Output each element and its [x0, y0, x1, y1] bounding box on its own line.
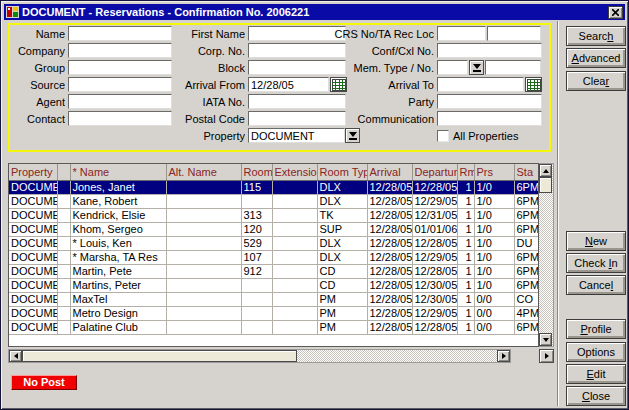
- vertical-scrollbar[interactable]: [539, 163, 554, 347]
- table-row[interactable]: DOCUME* Louis, Ken529DLX12/28/0512/28/05…: [9, 236, 539, 250]
- cell: [241, 278, 272, 292]
- name-row: Name: [9, 25, 172, 42]
- communication-input[interactable]: [437, 111, 542, 126]
- new-button[interactable]: New: [566, 231, 626, 251]
- options-button[interactable]: Options: [566, 342, 626, 362]
- scroll-down-button[interactable]: [539, 333, 552, 346]
- cell: 115: [241, 180, 272, 194]
- cell: 1/0: [474, 264, 514, 278]
- cell: 12/31/05: [412, 208, 457, 222]
- cell: [57, 222, 70, 236]
- table-row[interactable]: DOCUMEMartins, PeterCD12/28/0512/30/0511…: [9, 278, 539, 292]
- cell: [272, 292, 317, 306]
- cell: [272, 208, 317, 222]
- horizontal-scroll-track[interactable]: [297, 350, 497, 362]
- table-row[interactable]: DOCUMEMetro DesignPM12/28/0512/29/0510/0…: [9, 306, 539, 320]
- up-arrow-icon: [543, 169, 549, 173]
- cell: DU: [514, 236, 539, 250]
- cell: DOCUME: [9, 320, 57, 334]
- advanced-button[interactable]: Advanced: [566, 48, 626, 68]
- mem-type-no-lov-button[interactable]: [469, 60, 484, 75]
- scroll-left-button[interactable]: [9, 350, 22, 362]
- search-button[interactable]: Search: [566, 26, 626, 46]
- cell: [241, 306, 272, 320]
- check-in-button[interactable]: Check In: [566, 253, 626, 273]
- party-input[interactable]: [437, 94, 542, 109]
- mem-type-no-type-input[interactable]: [437, 60, 468, 75]
- mem-type-no-no-input[interactable]: [485, 60, 541, 75]
- company-label: Company: [9, 45, 65, 57]
- cell: 12/28/05: [367, 278, 412, 292]
- iata-no-row: IATA No.: [151, 93, 360, 110]
- table-row[interactable]: DOCUMEJones, Janet115DLX12/28/0512/28/05…: [9, 180, 539, 194]
- arrival-to-calendar-button[interactable]: [525, 77, 542, 92]
- cell: [166, 236, 241, 250]
- cell: [57, 208, 70, 222]
- cell: 1/0: [474, 180, 514, 194]
- conf-cxl-no-label: Conf/Cxl No.: [331, 45, 434, 57]
- dropdown-arrow-icon: [473, 64, 481, 69]
- vertical-scroll-track[interactable]: [539, 193, 553, 333]
- scroll-right-button[interactable]: [497, 350, 510, 362]
- cell: SUP: [317, 222, 367, 236]
- crs-ta-rec-loc-input-1[interactable]: [437, 26, 486, 41]
- profile-button[interactable]: Profile: [566, 319, 626, 339]
- cell: [272, 222, 317, 236]
- grid-scroll-right-button[interactable]: [539, 349, 554, 363]
- cell: [166, 194, 241, 208]
- title-bar: DOCUMENT - Reservations - Confirmation N…: [4, 4, 625, 20]
- cell: * Marsha, TA Res: [70, 250, 166, 264]
- cancel-button[interactable]: Cancel: [566, 275, 626, 295]
- cell: [241, 194, 272, 208]
- table-row[interactable]: DOCUMEMaxTelPM12/28/0512/30/0510/0CO: [9, 292, 539, 306]
- all-properties-checkbox[interactable]: [437, 130, 449, 142]
- cell: 6PM: [514, 278, 539, 292]
- cell: DLX: [317, 236, 367, 250]
- cell: [166, 278, 241, 292]
- cell: [57, 180, 70, 194]
- iata-no-label: IATA No.: [151, 96, 245, 108]
- cell: 12/28/05: [412, 264, 457, 278]
- cell: 1/0: [474, 250, 514, 264]
- cell: Martin, Pete: [70, 264, 166, 278]
- cell: 1/0: [474, 194, 514, 208]
- horizontal-scroll-thumb[interactable]: [22, 350, 297, 362]
- cell: Palatine Club: [70, 320, 166, 334]
- clear-button[interactable]: Clear: [566, 71, 626, 91]
- app-icon[interactable]: [6, 6, 19, 18]
- arrival-from-input[interactable]: [248, 77, 329, 92]
- horizontal-scrollbar[interactable]: [8, 349, 511, 363]
- close-button[interactable]: Close: [566, 386, 626, 406]
- table-row[interactable]: DOCUMEMartin, Pete912CD12/28/0512/28/051…: [9, 264, 539, 278]
- conf-cxl-no-input[interactable]: [437, 43, 542, 58]
- table-row[interactable]: DOCUMEKane, RobertDLX12/28/0512/29/0511/…: [9, 194, 539, 208]
- table-row[interactable]: DOCUMEKendrick, Elsie313TK12/28/0512/31/…: [9, 208, 539, 222]
- crs-ta-rec-loc-input-2[interactable]: [487, 26, 541, 41]
- cell: DOCUME: [9, 208, 57, 222]
- cell: [272, 194, 317, 208]
- cell: 0/0: [474, 292, 514, 306]
- arrival-to-input[interactable]: [437, 77, 524, 92]
- property-label: Property: [151, 130, 245, 142]
- table-row[interactable]: DOCUME* Marsha, TA Res107DLX12/28/0512/2…: [9, 250, 539, 264]
- crs-ta-rec-loc-label: CRS No/TA Rec Loc: [331, 28, 434, 40]
- cell: Kendrick, Elsie: [70, 208, 166, 222]
- cell: PM: [317, 320, 367, 334]
- cell: [272, 250, 317, 264]
- column-header-rms: Rms: [457, 164, 474, 180]
- cell: 6PM: [514, 180, 539, 194]
- cell: DLX: [317, 250, 367, 264]
- table-row[interactable]: DOCUMEKhom, Sergeo120SUP12/28/0501/01/06…: [9, 222, 539, 236]
- right-arrow-icon: [545, 353, 549, 359]
- crs-ta-rec-loc-row: CRS No/TA Rec Loc: [331, 25, 542, 42]
- edit-button[interactable]: Edit: [566, 364, 626, 384]
- table-row[interactable]: DOCUMEPalatine ClubPM12/28/0512/28/0510/…: [9, 320, 539, 334]
- cell: 1: [457, 264, 474, 278]
- vertical-scroll-thumb[interactable]: [539, 177, 552, 193]
- scroll-up-button[interactable]: [539, 164, 552, 177]
- panel-divider: [557, 21, 559, 406]
- close-window-button[interactable]: [608, 6, 623, 19]
- cell: [272, 236, 317, 250]
- cell: 1: [457, 180, 474, 194]
- column-header-room-type: Room Type: [317, 164, 367, 180]
